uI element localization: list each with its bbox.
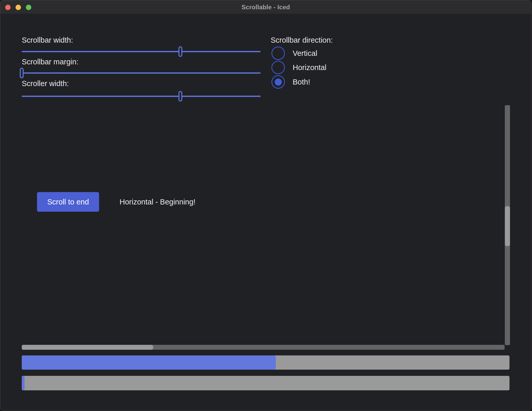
scrollbar-width-label: Scrollbar width: xyxy=(22,35,73,45)
window-title: Scrollable - Iced xyxy=(0,0,531,14)
vertical-progress-bar xyxy=(22,376,509,390)
radio-option-vertical[interactable]: Vertical xyxy=(271,47,317,60)
app-window: Scrollable - Iced Scrollbar width: Scrol… xyxy=(0,0,531,410)
radio-icon[interactable] xyxy=(271,75,285,89)
radio-label: Vertical xyxy=(293,49,317,58)
titlebar: Scrollable - Iced xyxy=(0,0,531,14)
scrollbar-direction-label: Scrollbar direction: xyxy=(271,35,333,45)
horizontal-scrollbar[interactable] xyxy=(22,345,505,350)
radio-icon[interactable] xyxy=(271,61,285,74)
radio-label: Horizontal xyxy=(293,63,327,72)
radio-option-horizontal[interactable]: Horizontal xyxy=(271,61,327,74)
scroll-to-end-button[interactable]: Scroll to end xyxy=(37,192,99,212)
scroller-width-label: Scroller width: xyxy=(22,79,69,88)
scrollbar-width-slider[interactable] xyxy=(22,46,261,57)
horizontal-progress-bar xyxy=(22,355,509,370)
slider-rail[interactable] xyxy=(22,51,261,52)
radio-option-both[interactable]: Both! xyxy=(271,75,310,89)
screen: Scrollable - Iced Scrollbar width: Scrol… xyxy=(0,0,532,411)
vertical-scrollbar-thumb[interactable] xyxy=(505,206,510,246)
scroll-status-text: Horizontal - Beginning! xyxy=(120,197,195,207)
slider-rail[interactable] xyxy=(22,72,261,74)
radio-icon[interactable] xyxy=(271,47,285,60)
scroller-width-slider[interactable] xyxy=(22,91,261,102)
scrollbar-margin-label: Scrollbar margin: xyxy=(22,57,78,66)
horizontal-scrollbar-thumb[interactable] xyxy=(22,345,153,350)
slider-handle[interactable] xyxy=(178,46,182,57)
radio-label: Both! xyxy=(293,78,310,86)
slider-handle[interactable] xyxy=(178,91,182,102)
progress-fill xyxy=(22,355,276,370)
slider-rail[interactable] xyxy=(22,96,261,97)
progress-fill xyxy=(22,376,25,390)
scrollbar-margin-slider[interactable] xyxy=(22,68,261,78)
vertical-scrollbar[interactable] xyxy=(505,105,510,345)
slider-handle[interactable] xyxy=(20,68,24,78)
